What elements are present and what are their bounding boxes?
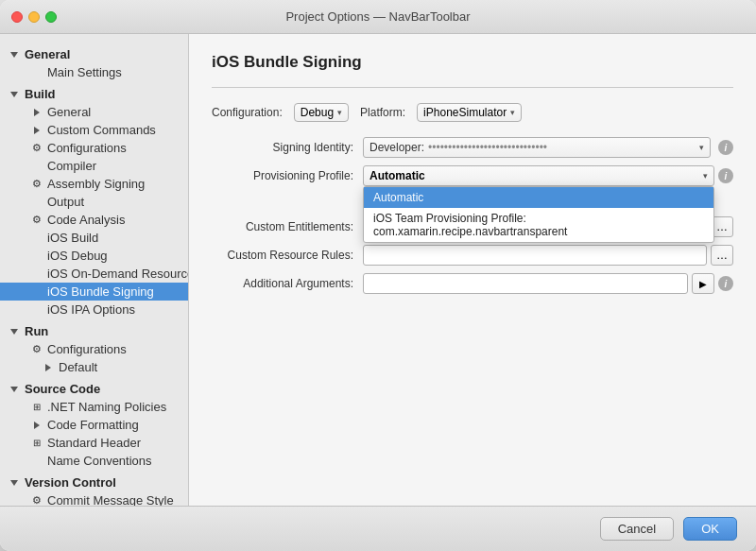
custom-resource-row: Custom Resource Rules: … [212, 245, 733, 266]
sidebar-label-code-analysis: Code Analysis [47, 213, 125, 227]
provisioning-dropdown-trigger[interactable]: Automatic ▾ [363, 165, 714, 186]
ok-button[interactable]: OK [683, 517, 737, 541]
signing-info-button[interactable]: i [718, 140, 733, 155]
signing-identity-select[interactable]: Developer: •••••••••••••••••••••••••••••… [363, 137, 711, 158]
config-row: Configuration: Debug ▾ Platform: iPhoneS… [212, 103, 733, 122]
spacer-icon-bundle [30, 285, 43, 299]
custom-resource-input[interactable] [363, 245, 707, 266]
traffic-lights [11, 11, 57, 23]
provisioning-option-automatic[interactable]: Automatic [364, 187, 713, 208]
triangle-down-icon-run [8, 325, 21, 338]
sidebar-label-ios-debug: iOS Debug [47, 249, 108, 263]
sidebar-item-ios-on-demand[interactable]: iOS On-Demand Resources [0, 265, 188, 283]
additional-args-input[interactable] [363, 273, 688, 294]
gear-icon-configurations: ⚙ [30, 142, 43, 155]
sidebar-section-version-control[interactable]: Version Control [0, 474, 188, 491]
spacer-icon-ios-debug [30, 250, 43, 263]
sidebar-item-code-formatting[interactable]: Code Formatting [0, 416, 188, 434]
provisioning-info-button[interactable]: i [718, 168, 733, 183]
sidebar: General Main Settings Build General Cust… [0, 34, 189, 506]
gear-icon-run-config: ⚙ [30, 343, 43, 356]
gear-icon-assembly: ⚙ [30, 178, 43, 191]
spacer-icon-output [30, 196, 43, 209]
sidebar-item-run-default[interactable]: Default [0, 358, 188, 376]
sidebar-label-code-formatting: Code Formatting [47, 418, 139, 432]
triangle-right-icon-general [30, 106, 43, 119]
sidebar-item-ios-ipa-options[interactable]: iOS IPA Options [0, 301, 188, 319]
provisioning-option-team[interactable]: iOS Team Provisioning Profile: com.xamar… [364, 208, 713, 242]
sidebar-item-main-settings[interactable]: Main Settings [0, 63, 188, 81]
signing-identity-label: Signing Identity: [212, 141, 363, 154]
sidebar-item-compiler[interactable]: Compiler [0, 157, 188, 175]
sidebar-item-general-build[interactable]: General [0, 103, 188, 121]
provisioning-label: Provisioning Profile: [212, 169, 363, 182]
gear-icon-commit: ⚙ [30, 494, 43, 507]
custom-resource-label: Custom Resource Rules: [212, 249, 363, 262]
sidebar-label-commit-message: Commit Message Style [47, 493, 174, 506]
platform-select-value: iPhoneSimulator [423, 106, 507, 119]
sidebar-section-source-code[interactable]: Source Code [0, 380, 188, 398]
sidebar-item-name-conventions[interactable]: Name Conventions [0, 452, 188, 470]
config-select[interactable]: Debug ▾ [294, 103, 349, 122]
sidebar-item-code-analysis[interactable]: ⚙ Code Analysis [0, 211, 188, 229]
config-label: Configuration: [212, 106, 283, 119]
sidebar-item-run-configurations[interactable]: ⚙ Configurations [0, 340, 188, 358]
sidebar-item-standard-header[interactable]: ⊞ Standard Header [0, 434, 188, 452]
sidebar-section-source-label: Source Code [25, 382, 100, 396]
maximize-button[interactable] [45, 11, 57, 23]
window-title: Project Options — NavBarToolbar [285, 9, 470, 24]
table-icon-naming: ⊞ [30, 401, 43, 414]
triangle-down-icon-vc [8, 476, 21, 490]
sidebar-section-run[interactable]: Run [0, 322, 188, 340]
sidebar-item-assembly-signing[interactable]: ⚙ Assembly Signing [0, 175, 188, 193]
minimize-button[interactable] [28, 11, 40, 23]
sidebar-item-naming-policies[interactable]: ⊞ .NET Naming Policies [0, 398, 188, 416]
sidebar-item-ios-debug[interactable]: iOS Debug [0, 247, 188, 265]
sidebar-item-output[interactable]: Output [0, 193, 188, 211]
sidebar-label-name-conventions: Name Conventions [47, 454, 152, 468]
sidebar-item-custom-commands[interactable]: Custom Commands [0, 121, 188, 139]
sidebar-item-ios-bundle-signing[interactable]: iOS Bundle Signing [0, 283, 188, 301]
sidebar-item-ios-build[interactable]: iOS Build [0, 229, 188, 247]
content-area: General Main Settings Build General Cust… [0, 34, 756, 506]
sidebar-item-configurations[interactable]: ⚙ Configurations [0, 139, 188, 157]
sidebar-label-output: Output [47, 195, 84, 209]
sidebar-section-general-label: General [25, 47, 70, 61]
sidebar-label-ios-bundle-signing: iOS Bundle Signing [47, 284, 154, 299]
sidebar-item-commit-message[interactable]: ⚙ Commit Message Style [0, 491, 188, 506]
sidebar-label-ios-on-demand: iOS On-Demand Resources [47, 267, 189, 281]
main-panel: iOS Bundle Signing Configuration: Debug … [189, 34, 756, 506]
titlebar: Project Options — NavBarToolbar [0, 0, 756, 34]
triangle-right-icon-run [42, 361, 55, 374]
additional-args-info-button[interactable]: i [718, 276, 733, 291]
sidebar-label-custom-commands: Custom Commands [47, 123, 156, 137]
provisioning-caret-icon: ▾ [703, 171, 708, 181]
sidebar-section-build[interactable]: Build [0, 85, 188, 103]
platform-label: Platform: [360, 106, 405, 119]
spacer-icon-conventions [30, 455, 43, 468]
triangle-down-icon [8, 48, 21, 61]
sidebar-label-general-build: General [47, 105, 91, 119]
sidebar-section-general[interactable]: General [0, 45, 188, 63]
signing-identity-row: Signing Identity: Developer: •••••••••••… [212, 137, 733, 158]
platform-select[interactable]: iPhoneSimulator ▾ [417, 103, 522, 122]
provisioning-dropdown-menu: Automatic iOS Team Provisioning Profile:… [363, 186, 714, 243]
sidebar-label-assembly-signing: Assembly Signing [47, 177, 145, 191]
sidebar-label-main-settings: Main Settings [47, 65, 122, 79]
custom-entitlements-label: Custom Entitlements: [212, 220, 363, 233]
signing-identity-content: Developer: •••••••••••••••••••••••••••••… [363, 137, 733, 158]
sidebar-label-standard-header: Standard Header [47, 436, 141, 450]
spacer-icon-ios-build [30, 232, 43, 245]
config-select-value: Debug [301, 106, 334, 119]
sidebar-label-compiler: Compiler [47, 159, 96, 173]
cancel-button[interactable]: Cancel [600, 517, 674, 541]
gear-icon-code-analysis: ⚙ [30, 214, 43, 227]
spacer-icon-ipa [30, 303, 43, 317]
close-button[interactable] [11, 11, 23, 23]
spacer-icon-compiler [30, 160, 43, 173]
page-title: iOS Bundle Signing [212, 53, 733, 72]
sidebar-label-run-default: Default [59, 360, 97, 374]
additional-args-play-button[interactable]: ▶ [692, 273, 714, 294]
sidebar-section-vc-label: Version Control [25, 475, 116, 490]
custom-resource-browse-button[interactable]: … [711, 245, 733, 266]
